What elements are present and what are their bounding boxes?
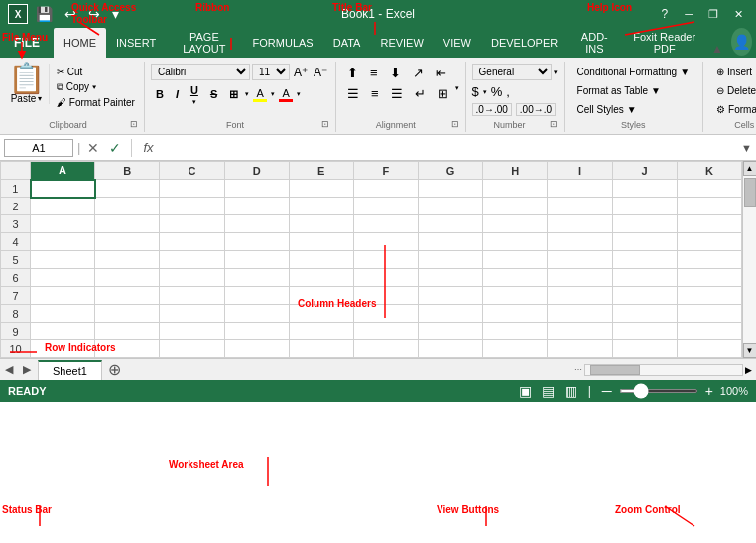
cell-C10[interactable]	[160, 340, 224, 358]
cell-F3[interactable]	[353, 215, 418, 233]
borders-arrow[interactable]: ▾	[245, 90, 249, 98]
h-scroll-thumb[interactable]	[590, 365, 640, 375]
cell-C2[interactable]	[160, 198, 224, 215]
cell-J10[interactable]	[612, 340, 677, 358]
cell-H8[interactable]	[483, 305, 548, 323]
cell-K2[interactable]	[677, 198, 741, 215]
cell-F8[interactable]	[353, 305, 418, 323]
currency-btn[interactable]: $	[472, 84, 479, 99]
cell-K10[interactable]	[677, 340, 741, 358]
font-increase-btn[interactable]: A⁺	[292, 65, 310, 80]
tab-view[interactable]: VIEW	[434, 28, 481, 58]
cell-F4[interactable]	[353, 233, 418, 251]
center-align-btn[interactable]: ≡	[366, 84, 384, 103]
cell-D6[interactable]	[224, 269, 289, 287]
cell-K5[interactable]	[677, 251, 741, 269]
cell-A10[interactable]	[31, 340, 95, 358]
cell-K9[interactable]	[677, 323, 741, 340]
cell-B10[interactable]	[95, 340, 160, 358]
cell-I8[interactable]	[548, 305, 612, 323]
cf-arrow-icon[interactable]: ▼	[680, 67, 690, 77]
tab-developer[interactable]: DEVELOPER	[481, 28, 567, 58]
cell-F7[interactable]	[353, 287, 418, 305]
col-header-I[interactable]: I	[548, 162, 612, 180]
clipboard-expand-icon[interactable]: ⊡	[130, 119, 138, 129]
col-header-G[interactable]: G	[419, 162, 483, 180]
qa-dropdown-btn[interactable]: ▾	[108, 4, 123, 24]
cell-G5[interactable]	[419, 251, 483, 269]
col-header-D[interactable]: D	[224, 162, 289, 180]
cell-G7[interactable]	[419, 287, 483, 305]
cell-J1[interactable]	[612, 180, 677, 198]
cell-A5[interactable]	[31, 251, 95, 269]
cell-J4[interactable]	[612, 233, 677, 251]
zoom-slider[interactable]	[619, 389, 698, 393]
format-as-table-btn[interactable]: Format as Table ▼	[570, 82, 668, 99]
tab-add-ins[interactable]: ADD-INS	[567, 28, 621, 58]
tab-data[interactable]: DATA	[323, 28, 371, 58]
confirm-formula-btn[interactable]: ✓	[106, 139, 124, 157]
middle-align-btn[interactable]: ≡	[365, 64, 383, 82]
percent-btn[interactable]: %	[491, 84, 503, 99]
cell-D5[interactable]	[224, 251, 289, 269]
help-button[interactable]: ?	[656, 5, 675, 23]
cell-D3[interactable]	[224, 215, 289, 233]
cell-K4[interactable]	[677, 233, 741, 251]
cut-button[interactable]: ✂ Cut	[54, 66, 85, 78]
col-header-H[interactable]: H	[483, 162, 548, 180]
cell-F1[interactable]	[353, 180, 418, 198]
cell-E1[interactable]	[289, 180, 353, 198]
font-color-button[interactable]: A	[283, 87, 290, 99]
cell-B3[interactable]	[95, 215, 160, 233]
cell-G2[interactable]	[419, 198, 483, 215]
cell-F5[interactable]	[353, 251, 418, 269]
cell-F2[interactable]	[353, 198, 418, 215]
cell-E2[interactable]	[289, 198, 353, 215]
currency-arrow[interactable]: ▾	[483, 88, 487, 96]
cell-F6[interactable]	[353, 269, 418, 287]
cell-D8[interactable]	[224, 305, 289, 323]
cell-H4[interactable]	[483, 233, 548, 251]
scroll-down-btn[interactable]: ▼	[743, 343, 757, 358]
cell-D4[interactable]	[224, 233, 289, 251]
row-header-1[interactable]: 1	[1, 180, 31, 198]
cell-J7[interactable]	[612, 287, 677, 305]
cell-B8[interactable]	[95, 305, 160, 323]
cell-A2[interactable]	[31, 198, 95, 215]
tab-home[interactable]: HOME	[54, 28, 106, 58]
cell-I4[interactable]	[548, 233, 612, 251]
ribbon-collapse-btn[interactable]: ▲	[707, 40, 727, 58]
decrease-decimal-btn[interactable]: .00→.0	[516, 103, 556, 116]
row-header-4[interactable]: 4	[1, 233, 31, 251]
top-align-btn[interactable]: ⬆	[342, 64, 363, 82]
cell-E3[interactable]	[289, 215, 353, 233]
cell-F10[interactable]	[353, 340, 418, 358]
scroll-thumb[interactable]	[744, 178, 756, 207]
cell-C9[interactable]	[160, 323, 224, 340]
page-layout-btn[interactable]: ▤	[539, 382, 558, 400]
undo-quick-btn[interactable]: ↩	[61, 4, 80, 24]
strikethrough-button[interactable]: S	[205, 86, 222, 102]
cell-I9[interactable]	[548, 323, 612, 340]
col-header-J[interactable]: J	[612, 162, 677, 180]
number-expand-icon[interactable]: ⊡	[550, 119, 558, 129]
cell-E6[interactable]	[289, 269, 353, 287]
sheet-tab-sheet1[interactable]: Sheet1	[38, 360, 102, 380]
cell-G9[interactable]	[419, 323, 483, 340]
cell-C6[interactable]	[160, 269, 224, 287]
col-header-A[interactable]: A	[31, 162, 95, 180]
orient-btn[interactable]: ↗	[408, 64, 429, 82]
cell-H6[interactable]	[483, 269, 548, 287]
underline-arrow[interactable]: ▾	[192, 98, 196, 106]
number-format-arrow[interactable]: ▾	[554, 68, 558, 76]
sheet-prev-btn[interactable]: ◀	[0, 361, 18, 378]
formula-expand-btn[interactable]: ▼	[741, 142, 752, 154]
cell-E4[interactable]	[289, 233, 353, 251]
cs-arrow-icon[interactable]: ▼	[627, 104, 637, 115]
cell-G1[interactable]	[419, 180, 483, 198]
row-header-7[interactable]: 7	[1, 287, 31, 305]
increase-decimal-btn[interactable]: .0→.00	[472, 103, 512, 116]
merge-arrow[interactable]: ▾	[455, 84, 459, 103]
user-avatar[interactable]: 👤	[731, 28, 752, 56]
page-break-btn[interactable]: ▥	[562, 382, 580, 400]
